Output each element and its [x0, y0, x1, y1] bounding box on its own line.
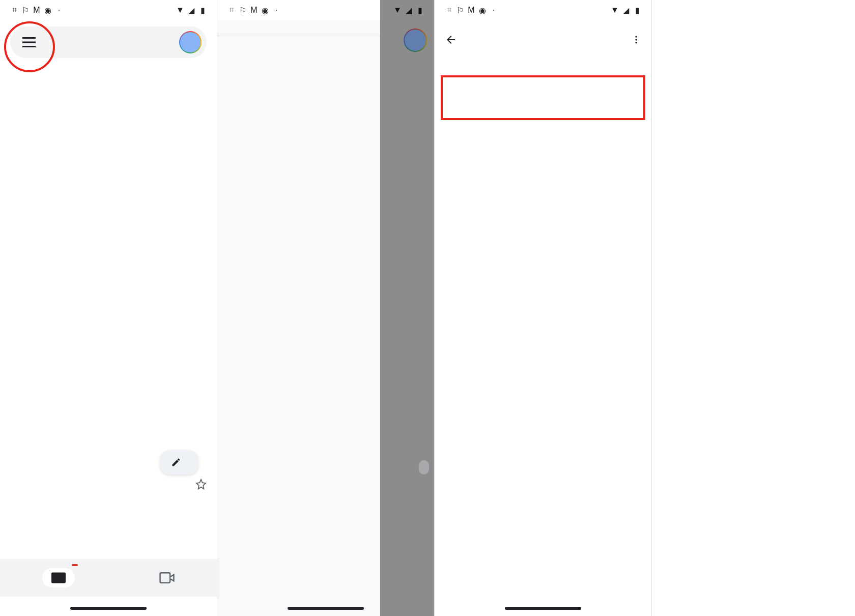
- nav-mail[interactable]: [42, 568, 75, 587]
- svg-point-2: [635, 42, 637, 43]
- nav-meet[interactable]: [159, 572, 175, 583]
- status-bar: ⌗ ⚐ M ◉ · ▼ ◢ ▮: [0, 0, 217, 20]
- svg-point-0: [635, 36, 637, 38]
- status-bar: ⌗⚐M◉· ▼◢▮: [435, 0, 651, 20]
- account-avatar[interactable]: [179, 31, 202, 53]
- dot-icon: ◉: [44, 6, 52, 14]
- home-indicator: [70, 607, 147, 610]
- panel-inbox: ⌗ ⚐ M ◉ · ▼ ◢ ▮: [0, 0, 217, 616]
- unread-badge: [72, 564, 78, 566]
- wifi-icon: ▼: [176, 6, 184, 14]
- svg-point-1: [635, 39, 637, 40]
- panel-settings: ⌗⚐M◉· ▼◢▮: [435, 0, 652, 616]
- snippet-tail: [192, 479, 207, 490]
- star-icon[interactable]: [195, 479, 207, 490]
- slack-icon: ⌗: [10, 6, 18, 14]
- overflow-menu[interactable]: [631, 35, 641, 45]
- flag-icon: ⚐: [21, 6, 30, 14]
- settings-general[interactable]: [435, 56, 651, 67]
- home-indicator: [288, 607, 364, 610]
- account-avatar: [404, 29, 427, 52]
- compose-button[interactable]: [160, 450, 198, 474]
- battery-icon: ▮: [198, 6, 207, 14]
- arrow-left-icon: [445, 34, 457, 46]
- signal-icon: ◢: [187, 6, 195, 14]
- gmail-icon: M: [33, 6, 41, 14]
- nav-drawer: [217, 20, 380, 616]
- panel-drawer: ⌗⚐M◉· ▼◢▮: [217, 0, 435, 616]
- settings-account-row[interactable]: [441, 75, 645, 120]
- home-indicator: [505, 607, 581, 610]
- more-dot-icon: ·: [55, 6, 63, 14]
- search-bar[interactable]: [10, 26, 207, 58]
- drawer-scrim[interactable]: [380, 0, 434, 616]
- compose-peek: [419, 460, 429, 474]
- hamburger-icon[interactable]: [22, 37, 36, 47]
- kebab-icon: [631, 35, 641, 45]
- bottom-nav: [0, 559, 217, 597]
- back-button[interactable]: [445, 34, 457, 46]
- pencil-icon: [171, 457, 181, 467]
- section-google-apps: [217, 20, 380, 33]
